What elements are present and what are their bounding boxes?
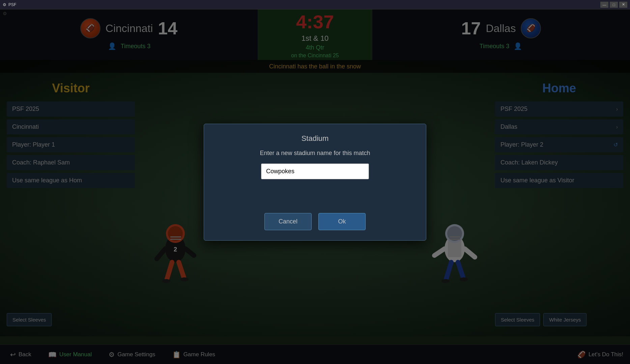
- titlebar: ⚙ PSF — □ ✕: [0, 0, 630, 9]
- app-icon: ⚙: [3, 2, 6, 7]
- titlebar-left: ⚙ PSF: [3, 2, 16, 7]
- stadium-name-input[interactable]: [261, 163, 369, 179]
- modal-overlay: Stadium Enter a new stadium name for thi…: [0, 0, 630, 364]
- modal-buttons: Cancel Ok: [214, 213, 416, 230]
- close-button[interactable]: ✕: [619, 2, 627, 8]
- stadium-modal: Stadium Enter a new stadium name for thi…: [204, 124, 426, 241]
- minimize-button[interactable]: —: [600, 2, 608, 8]
- titlebar-controls: — □ ✕: [600, 2, 627, 8]
- modal-ok-button[interactable]: Ok: [318, 213, 366, 230]
- app-title: PSF: [8, 2, 16, 7]
- maximize-button[interactable]: □: [610, 2, 618, 8]
- modal-cancel-button[interactable]: Cancel: [264, 213, 312, 230]
- modal-subtitle: Enter a new stadium name for this match: [214, 150, 416, 157]
- modal-title: Stadium: [214, 134, 416, 143]
- modal-input-container: [214, 163, 416, 179]
